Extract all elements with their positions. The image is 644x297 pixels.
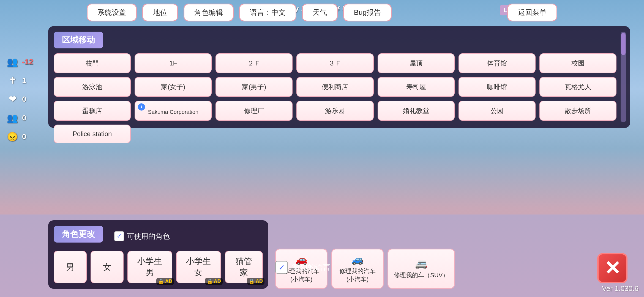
ad-label-2: AD bbox=[214, 279, 221, 284]
people-icon: 👥 bbox=[6, 111, 19, 125]
version-label: Ver 1.030.6 bbox=[602, 284, 638, 293]
anger-value: 0 bbox=[22, 132, 26, 141]
char-female-button[interactable]: 女 bbox=[91, 251, 124, 283]
loc-wagyu[interactable]: 瓦格尤人 bbox=[539, 77, 616, 97]
bug-report-button[interactable]: Bug报告 bbox=[343, 4, 392, 21]
lock-badge-elem-male: 🔒 AD bbox=[156, 278, 174, 285]
stat-heart: ❤ 0 bbox=[6, 92, 33, 106]
stat-anger: 😠 0 bbox=[6, 130, 33, 144]
lock-icon-2: 🔒 bbox=[207, 278, 213, 284]
language-option-area: ✓ 激烈的语言 bbox=[275, 261, 331, 274]
loc-home-girl[interactable]: 家(女子) bbox=[135, 77, 212, 97]
heart-icon: ❤ bbox=[6, 92, 19, 106]
ad-label-3: AD bbox=[256, 279, 263, 284]
loc-3f[interactable]: ３Ｆ bbox=[296, 53, 373, 73]
char-male-button[interactable]: 男 bbox=[54, 251, 87, 283]
location-grid: 校門 1F ２Ｆ ３Ｆ 屋顶 体育馆 校园 游泳池 家(女子) 家(男子) 便利… bbox=[54, 53, 625, 143]
lock-badge-cat: 🔒 AD bbox=[247, 278, 264, 285]
char-edit-button[interactable]: 角色编辑 bbox=[184, 4, 234, 21]
ad-label: AD bbox=[165, 279, 172, 284]
close-button[interactable]: ✕ bbox=[597, 253, 627, 283]
area-panel-title-bar: 区域移动 bbox=[54, 32, 103, 48]
loc-home-boy[interactable]: 家(男子) bbox=[215, 77, 293, 97]
info-icon: i bbox=[138, 103, 145, 111]
char-cat-butler-label: 猫管家 bbox=[236, 257, 252, 277]
loc-1f[interactable]: 1F bbox=[135, 53, 212, 73]
sakuma-corp-label: Sakuma Corporation bbox=[148, 109, 198, 115]
stat-relationship: 👥 -12 bbox=[6, 55, 33, 69]
relationship-value: -12 bbox=[22, 57, 33, 66]
stat-cross: ✝ 1 bbox=[6, 74, 33, 87]
usable-chars-option: ✓ 可使用的角色 bbox=[114, 231, 170, 241]
blue-car-icon: 🚙 bbox=[338, 254, 377, 265]
language-option-label: 激烈的语言 bbox=[292, 262, 331, 273]
repair-car-blue-button[interactable]: 🚙 修理我的汽车(小汽车) bbox=[331, 249, 384, 289]
language-button[interactable]: 语言：中文 bbox=[239, 4, 296, 21]
char-cat-butler-button[interactable]: 猫管家 🔒 AD bbox=[225, 251, 263, 283]
loc-walking-area[interactable]: 散步场所 bbox=[539, 101, 616, 121]
return-menu-button[interactable]: 返回菜单 bbox=[507, 4, 557, 21]
status-button[interactable]: 地位 bbox=[142, 4, 178, 21]
area-panel-title: 区域移动 bbox=[62, 35, 95, 44]
system-settings-button[interactable]: 系统设置 bbox=[87, 4, 137, 21]
loc-pool[interactable]: 游泳池 bbox=[54, 77, 131, 97]
char-elementary-female-label: 小学生女 bbox=[186, 257, 211, 277]
lock-icon: 🔒 bbox=[158, 278, 164, 284]
scroll-indicator[interactable] bbox=[621, 32, 626, 122]
weather-button[interactable]: 天气 bbox=[302, 4, 338, 21]
loc-wedding-chapel[interactable]: 婚礼教堂 bbox=[378, 101, 455, 121]
cross-value: 1 bbox=[22, 76, 26, 85]
heart-value: 0 bbox=[22, 95, 26, 104]
char-panel-title-bar: 角色更改 bbox=[54, 226, 103, 243]
loc-rooftop[interactable]: 屋顶 bbox=[378, 53, 455, 73]
top-navigation: 系统设置 地位 角色编辑 语言：中文 天气 Bug报告 返回菜单 bbox=[0, 0, 644, 25]
area-movement-panel: 区域移动 校門 1F ２Ｆ ３Ｆ 屋顶 体育馆 校园 游泳池 家(女子) 家(男… bbox=[48, 26, 630, 128]
people-value: 0 bbox=[22, 114, 26, 122]
char-elementary-male-label: 小学生男 bbox=[137, 257, 162, 277]
cross-icon: ✝ bbox=[6, 74, 19, 87]
loc-cake-shop[interactable]: 蛋糕店 bbox=[54, 101, 131, 121]
repair-car-blue-label: 修理我的汽车(小汽车) bbox=[339, 268, 376, 283]
usable-chars-label: 可使用的角色 bbox=[127, 232, 170, 241]
usable-chars-checkbox[interactable]: ✓ bbox=[114, 231, 124, 241]
char-panel-title: 角色更改 bbox=[62, 229, 95, 238]
loc-cafe[interactable]: 咖啡馆 bbox=[459, 77, 536, 97]
relationship-icon: 👥 bbox=[6, 55, 19, 69]
char-elementary-female-button[interactable]: 小学生女 🔒 AD bbox=[176, 251, 221, 283]
loc-gym[interactable]: 体育馆 bbox=[459, 53, 536, 73]
repair-car-suv-button[interactable]: 🚐 修理我的车（SUV） bbox=[388, 249, 455, 289]
white-car-icon: 🚐 bbox=[394, 258, 449, 270]
lock-icon-3: 🔒 bbox=[249, 278, 255, 284]
character-button-row: 男 女 小学生男 🔒 AD 小学生女 🔒 AD 猫管家 🔒 AD bbox=[54, 251, 263, 283]
loc-campus[interactable]: 校园 bbox=[539, 53, 616, 73]
loc-police-station[interactable]: Police station bbox=[54, 125, 131, 143]
anger-icon: 😠 bbox=[6, 130, 19, 144]
stat-people: 👥 0 bbox=[6, 111, 33, 125]
loc-sushi[interactable]: 寿司屋 bbox=[378, 77, 455, 97]
loc-sakuma-corp[interactable]: i Sakuma Corporation bbox=[135, 101, 212, 121]
close-icon: ✕ bbox=[604, 258, 621, 278]
repair-car-suv-label: 修理我的车（SUV） bbox=[394, 272, 449, 279]
loc-park[interactable]: 公园 bbox=[459, 101, 536, 121]
language-checkbox[interactable]: ✓ bbox=[275, 261, 288, 274]
loc-amusement-park[interactable]: 游乐园 bbox=[296, 101, 373, 121]
char-elementary-male-button[interactable]: 小学生男 🔒 AD bbox=[127, 251, 172, 283]
lock-badge-elem-female: 🔒 AD bbox=[205, 278, 223, 285]
character-change-panel: 角色更改 ✓ 可使用的角色 男 女 小学生男 🔒 AD 小学生女 🔒 AD 猫管… bbox=[48, 220, 268, 289]
loc-convenience-store[interactable]: 便利商店 bbox=[296, 77, 373, 97]
scroll-thumb bbox=[621, 33, 626, 55]
left-stats-panel: 👥 -12 ✝ 1 ❤ 0 👥 0 😠 0 bbox=[6, 55, 33, 144]
loc-2f[interactable]: ２Ｆ bbox=[215, 53, 293, 73]
loc-repair-shop[interactable]: 修理厂 bbox=[215, 101, 293, 121]
loc-school-gate[interactable]: 校門 bbox=[54, 53, 131, 73]
